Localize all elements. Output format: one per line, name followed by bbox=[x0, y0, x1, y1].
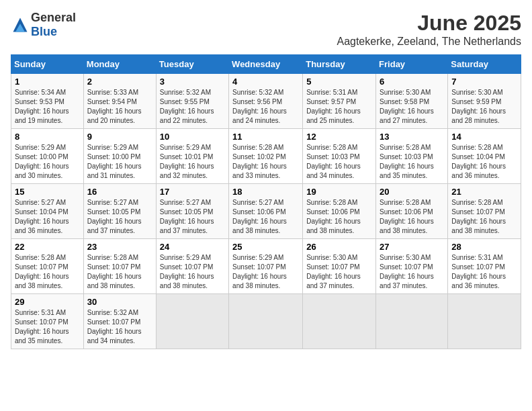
day-info: Sunrise: 5:32 AM Sunset: 9:55 PM Dayligh… bbox=[160, 88, 225, 126]
day-number: 7 bbox=[451, 77, 517, 87]
day-number: 8 bbox=[15, 132, 80, 142]
calendar-table: Sunday Monday Tuesday Wednesday Thursday… bbox=[11, 54, 521, 349]
day-number: 14 bbox=[451, 132, 517, 142]
day-info: Sunrise: 5:31 AM Sunset: 10:07 PM Daylig… bbox=[451, 253, 517, 291]
day-info: Sunrise: 5:30 AM Sunset: 10:07 PM Daylig… bbox=[306, 253, 372, 291]
day-number: 27 bbox=[380, 242, 444, 252]
day-number: 1 bbox=[15, 77, 80, 87]
day-info: Sunrise: 5:28 AM Sunset: 10:03 PM Daylig… bbox=[380, 143, 444, 181]
day-info: Sunrise: 5:28 AM Sunset: 10:03 PM Daylig… bbox=[306, 143, 372, 181]
calendar-week-0: 1Sunrise: 5:34 AM Sunset: 9:53 PM Daylig… bbox=[11, 74, 521, 129]
day-info: Sunrise: 5:32 AM Sunset: 9:56 PM Dayligh… bbox=[232, 88, 299, 126]
day-info: Sunrise: 5:30 AM Sunset: 9:59 PM Dayligh… bbox=[451, 88, 517, 126]
day-info: Sunrise: 5:33 AM Sunset: 9:54 PM Dayligh… bbox=[87, 88, 152, 126]
col-tuesday: Tuesday bbox=[156, 55, 228, 74]
col-thursday: Thursday bbox=[303, 55, 376, 74]
subtitle: Aagtekerke, Zeeland, The Netherlands bbox=[337, 36, 521, 48]
day-number: 6 bbox=[380, 77, 444, 87]
day-number: 9 bbox=[87, 132, 152, 142]
calendar-cell: 7Sunrise: 5:30 AM Sunset: 9:59 PM Daylig… bbox=[448, 74, 521, 129]
calendar-cell: 17Sunrise: 5:27 AM Sunset: 10:05 PM Dayl… bbox=[156, 184, 228, 239]
calendar-cell: 29Sunrise: 5:31 AM Sunset: 10:07 PM Dayl… bbox=[11, 294, 84, 349]
day-info: Sunrise: 5:29 AM Sunset: 10:01 PM Daylig… bbox=[160, 143, 225, 181]
day-number: 30 bbox=[87, 297, 152, 307]
calendar-week-2: 15Sunrise: 5:27 AM Sunset: 10:04 PM Dayl… bbox=[11, 184, 521, 239]
day-number: 28 bbox=[451, 242, 517, 252]
day-info: Sunrise: 5:34 AM Sunset: 9:53 PM Dayligh… bbox=[15, 88, 80, 126]
col-friday: Friday bbox=[376, 55, 448, 74]
day-number: 10 bbox=[160, 132, 225, 142]
day-number: 22 bbox=[15, 242, 80, 252]
calendar-cell bbox=[156, 294, 228, 349]
header-row: Sunday Monday Tuesday Wednesday Thursday… bbox=[11, 55, 521, 74]
day-number: 29 bbox=[15, 297, 80, 307]
calendar-cell: 1Sunrise: 5:34 AM Sunset: 9:53 PM Daylig… bbox=[11, 74, 84, 129]
day-info: Sunrise: 5:28 AM Sunset: 10:07 PM Daylig… bbox=[451, 198, 517, 236]
calendar-cell: 10Sunrise: 5:29 AM Sunset: 10:01 PM Dayl… bbox=[156, 129, 228, 184]
col-sunday: Sunday bbox=[11, 55, 84, 74]
calendar-cell: 22Sunrise: 5:28 AM Sunset: 10:07 PM Dayl… bbox=[11, 239, 84, 294]
calendar-cell: 6Sunrise: 5:30 AM Sunset: 9:58 PM Daylig… bbox=[376, 74, 448, 129]
day-number: 23 bbox=[87, 242, 152, 252]
day-number: 4 bbox=[232, 77, 299, 87]
logo-text-general: General bbox=[31, 11, 76, 24]
calendar-cell bbox=[376, 294, 448, 349]
day-info: Sunrise: 5:32 AM Sunset: 10:07 PM Daylig… bbox=[87, 308, 152, 346]
calendar-cell: 5Sunrise: 5:31 AM Sunset: 9:57 PM Daylig… bbox=[303, 74, 376, 129]
logo-text-blue: Blue bbox=[31, 25, 57, 38]
day-info: Sunrise: 5:29 AM Sunset: 10:00 PM Daylig… bbox=[15, 143, 80, 181]
calendar-cell: 26Sunrise: 5:30 AM Sunset: 10:07 PM Dayl… bbox=[303, 239, 376, 294]
day-number: 17 bbox=[160, 187, 225, 197]
day-info: Sunrise: 5:28 AM Sunset: 10:07 PM Daylig… bbox=[15, 253, 80, 291]
page-header: General Blue June 2025 Aagtekerke, Zeela… bbox=[11, 11, 521, 48]
day-info: Sunrise: 5:31 AM Sunset: 10:07 PM Daylig… bbox=[15, 308, 80, 346]
day-info: Sunrise: 5:29 AM Sunset: 10:00 PM Daylig… bbox=[87, 143, 152, 181]
calendar-cell: 15Sunrise: 5:27 AM Sunset: 10:04 PM Dayl… bbox=[11, 184, 84, 239]
calendar-cell: 25Sunrise: 5:29 AM Sunset: 10:07 PM Dayl… bbox=[229, 239, 303, 294]
day-number: 21 bbox=[451, 187, 517, 197]
calendar-body: 1Sunrise: 5:34 AM Sunset: 9:53 PM Daylig… bbox=[11, 74, 521, 349]
calendar-cell: 11Sunrise: 5:28 AM Sunset: 10:02 PM Dayl… bbox=[229, 129, 303, 184]
calendar-cell: 3Sunrise: 5:32 AM Sunset: 9:55 PM Daylig… bbox=[156, 74, 228, 129]
day-info: Sunrise: 5:28 AM Sunset: 10:04 PM Daylig… bbox=[451, 143, 517, 181]
calendar-cell: 9Sunrise: 5:29 AM Sunset: 10:00 PM Dayli… bbox=[83, 129, 156, 184]
day-number: 16 bbox=[87, 187, 152, 197]
day-number: 18 bbox=[232, 187, 299, 197]
day-number: 5 bbox=[306, 77, 372, 87]
calendar-cell: 21Sunrise: 5:28 AM Sunset: 10:07 PM Dayl… bbox=[448, 184, 521, 239]
logo-icon bbox=[11, 15, 30, 34]
day-info: Sunrise: 5:29 AM Sunset: 10:07 PM Daylig… bbox=[232, 253, 299, 291]
calendar-cell bbox=[229, 294, 303, 349]
day-info: Sunrise: 5:28 AM Sunset: 10:02 PM Daylig… bbox=[232, 143, 299, 181]
calendar-cell: 30Sunrise: 5:32 AM Sunset: 10:07 PM Dayl… bbox=[83, 294, 156, 349]
calendar-cell: 4Sunrise: 5:32 AM Sunset: 9:56 PM Daylig… bbox=[229, 74, 303, 129]
col-saturday: Saturday bbox=[448, 55, 521, 74]
calendar-cell: 13Sunrise: 5:28 AM Sunset: 10:03 PM Dayl… bbox=[376, 129, 448, 184]
col-monday: Monday bbox=[83, 55, 156, 74]
calendar-cell: 28Sunrise: 5:31 AM Sunset: 10:07 PM Dayl… bbox=[448, 239, 521, 294]
day-info: Sunrise: 5:30 AM Sunset: 10:07 PM Daylig… bbox=[380, 253, 444, 291]
day-number: 15 bbox=[15, 187, 80, 197]
day-number: 19 bbox=[306, 187, 372, 197]
calendar-cell: 8Sunrise: 5:29 AM Sunset: 10:00 PM Dayli… bbox=[11, 129, 84, 184]
day-info: Sunrise: 5:28 AM Sunset: 10:06 PM Daylig… bbox=[306, 198, 372, 236]
day-number: 13 bbox=[380, 132, 444, 142]
day-info: Sunrise: 5:27 AM Sunset: 10:06 PM Daylig… bbox=[232, 198, 299, 236]
calendar-cell: 14Sunrise: 5:28 AM Sunset: 10:04 PM Dayl… bbox=[448, 129, 521, 184]
day-info: Sunrise: 5:27 AM Sunset: 10:05 PM Daylig… bbox=[160, 198, 225, 236]
day-info: Sunrise: 5:28 AM Sunset: 10:07 PM Daylig… bbox=[87, 253, 152, 291]
day-info: Sunrise: 5:31 AM Sunset: 9:57 PM Dayligh… bbox=[306, 88, 372, 126]
day-number: 24 bbox=[160, 242, 225, 252]
day-number: 25 bbox=[232, 242, 299, 252]
calendar-week-1: 8Sunrise: 5:29 AM Sunset: 10:00 PM Dayli… bbox=[11, 129, 521, 184]
calendar-cell: 12Sunrise: 5:28 AM Sunset: 10:03 PM Dayl… bbox=[303, 129, 376, 184]
day-number: 12 bbox=[306, 132, 372, 142]
day-info: Sunrise: 5:28 AM Sunset: 10:06 PM Daylig… bbox=[380, 198, 444, 236]
day-number: 3 bbox=[160, 77, 225, 87]
calendar-cell bbox=[303, 294, 376, 349]
day-info: Sunrise: 5:29 AM Sunset: 10:07 PM Daylig… bbox=[160, 253, 225, 291]
calendar-week-4: 29Sunrise: 5:31 AM Sunset: 10:07 PM Dayl… bbox=[11, 294, 521, 349]
calendar-cell: 20Sunrise: 5:28 AM Sunset: 10:06 PM Dayl… bbox=[376, 184, 448, 239]
col-wednesday: Wednesday bbox=[229, 55, 303, 74]
day-number: 2 bbox=[87, 77, 152, 87]
